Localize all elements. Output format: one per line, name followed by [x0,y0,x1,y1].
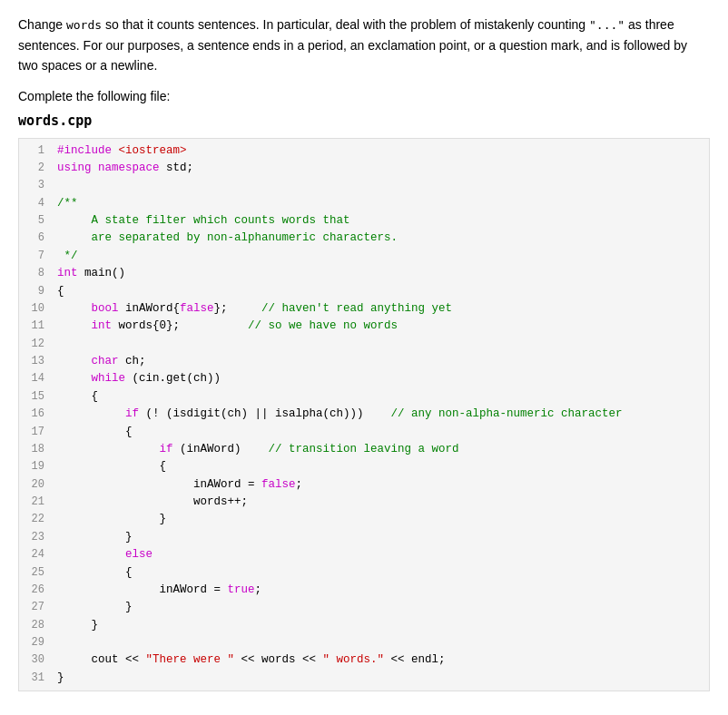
token-kw: if [125,407,139,420]
token-plain: ch; [119,355,146,367]
line-content: words++; [54,494,709,511]
line-content [54,336,709,353]
line-content: */ [54,248,709,265]
line-content: inAWord = true; [54,582,709,599]
line-content: } [54,617,709,634]
token-cm: // transition leaving a word [269,443,459,455]
code-line: 31} [19,670,709,687]
line-content: { [54,564,709,582]
line-content: if (inAWord) // transition leaving a wor… [54,441,709,458]
line-content: { [54,458,709,475]
line-number: 2 [19,160,54,177]
token-plain: words++; [57,495,248,508]
line-number: 28 [19,617,54,634]
code-line: 15 { [19,388,709,406]
line-content: } [54,511,709,528]
token-plain: (inAWord) [173,443,269,455]
line-content: bool inAWord{false}; // haven't read any… [54,300,709,318]
code-line: 20 inAWord = false; [19,476,709,494]
code-line: 25 { [19,564,709,582]
line-number: 24 [19,546,54,563]
token-cm: // so we have no words [248,319,398,332]
token-kw: #include [57,144,112,157]
code-line: 10 bool inAWord{false}; // haven't read … [19,300,709,318]
code-line: 5 A state filter which counts words that [19,212,709,230]
token-kw: false [261,478,296,491]
line-content: using namespace std; [54,160,709,177]
token-plain: ; [296,478,303,491]
line-number: 31 [19,670,54,687]
token-str: "There were " [146,653,235,666]
line-number: 29 [19,634,54,651]
line-number: 5 [19,212,54,230]
line-content: A state filter which counts words that [54,212,709,230]
code-line: 19 { [19,458,709,475]
token-kw: while [92,372,126,385]
token-plain [57,548,125,561]
token-plain [57,319,92,332]
token-kw: true [228,583,255,596]
token-plain: } [57,601,133,613]
code-line: 3 [19,177,709,194]
line-number: 11 [19,318,54,335]
line-content: else [54,546,709,563]
line-content: int main() [54,265,709,282]
token-plain: inAWord{ [119,302,181,315]
token-plain: } [57,531,133,544]
line-number: 12 [19,336,54,353]
line-content [54,634,709,651]
code-line: 17 { [19,424,709,441]
line-content: #include <iostream> [54,142,709,160]
line-content: are separated by non-alphanumeric charac… [54,230,709,247]
token-kw: else [125,548,152,561]
line-content: } [54,670,709,687]
token-cm: are separated by non-alphanumeric charac… [57,231,398,244]
token-kw: int [92,319,113,332]
token-kw: int [57,267,78,279]
token-cm: // any non-alpha-numeric character [391,407,623,420]
code-line: 27 } [19,599,709,616]
token-plain: { [57,285,64,298]
code-line: 28 } [19,617,709,634]
code-line: 23 } [19,529,709,546]
code-line: 6 are separated by non-alphanumeric char… [19,230,709,247]
token-plain: inAWord = [57,583,228,596]
token-plain [57,443,160,455]
line-number: 7 [19,248,54,265]
token-plain: { [57,390,98,403]
line-number: 23 [19,529,54,546]
token-plain: std; [160,162,194,174]
token-plain: (! (isdigit(ch) || isalpha(ch))) [139,407,391,420]
token-plain: { [57,426,133,438]
line-number: 21 [19,494,54,511]
code-line: 30 cout << "There were " << words << " w… [19,651,709,669]
line-number: 9 [19,283,54,300]
line-content [54,177,709,194]
token-plain: << words << [234,653,323,666]
line-number: 1 [19,142,54,160]
token-plain: ; [255,583,262,596]
token-plain: inAWord = [57,478,261,491]
line-content: int words{0}; // so we have no words [54,318,709,335]
line-content: cout << "There were " << words << " word… [54,651,709,669]
line-number: 8 [19,265,54,282]
token-plain: (cin.get(ch)) [125,372,221,385]
code-line: 14 while (cin.get(ch)) [19,370,709,387]
token-plain: cout << [57,653,146,666]
code-line: 9{ [19,283,709,300]
token-plain: } [57,671,64,684]
filename: words.cpp [18,113,710,129]
token-plain: } [57,513,166,525]
token-plain [57,407,125,420]
line-content: { [54,283,709,300]
token-str: " words." [323,653,385,666]
token-plain [112,144,119,157]
token-plain [57,372,92,385]
token-plain [57,302,92,315]
description-para1: Change words so that it counts sentences… [18,15,710,76]
line-content: char ch; [54,353,709,370]
line-number: 22 [19,511,54,528]
code-line: 2using namespace std; [19,160,709,177]
token-kw: namespace [98,162,160,174]
code-line: 21 words++; [19,494,709,511]
